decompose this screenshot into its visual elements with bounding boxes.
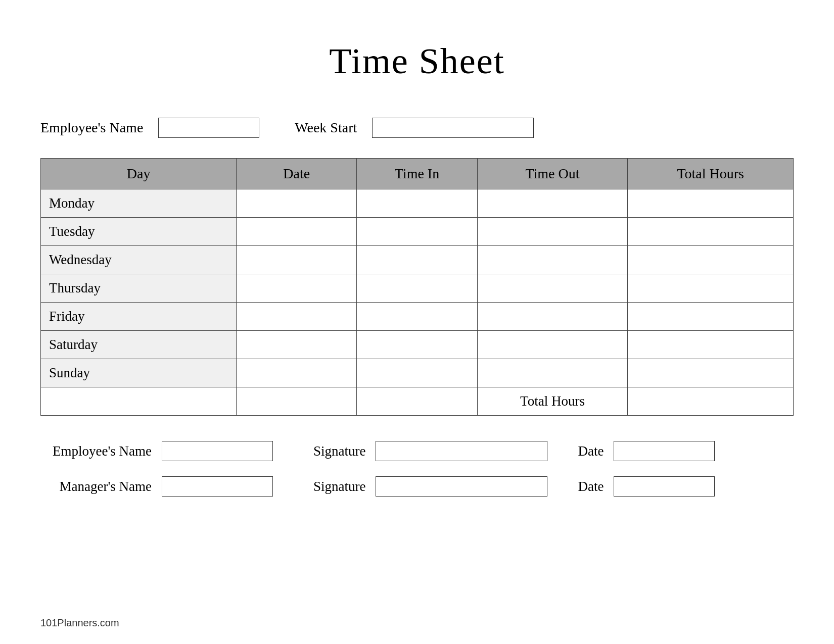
- week-start-input[interactable]: [372, 118, 534, 138]
- totalhours-saturday-input[interactable]: [636, 339, 785, 352]
- col-header-date: Date: [237, 159, 357, 189]
- timein-tuesday[interactable]: [357, 218, 477, 246]
- date-wednesday-input[interactable]: [245, 254, 348, 267]
- timeout-tuesday[interactable]: [477, 218, 628, 246]
- timein-saturday[interactable]: [357, 331, 477, 359]
- footer-manager-name-label: Manager's Name: [40, 479, 152, 494]
- timein-monday[interactable]: [357, 189, 477, 218]
- footer-manager-date-input[interactable]: [614, 476, 715, 497]
- total-summary-row: Total Hours: [41, 387, 794, 416]
- day-monday: Monday: [41, 189, 237, 218]
- timein-wednesday-input[interactable]: [365, 254, 469, 267]
- timesheet-table: Day Date Time In Time Out Total Hours Mo…: [40, 158, 794, 416]
- timein-wednesday[interactable]: [357, 246, 477, 274]
- timeout-thursday[interactable]: [477, 274, 628, 303]
- totalhours-monday-input[interactable]: [636, 197, 785, 211]
- timeout-wednesday-input[interactable]: [486, 254, 620, 267]
- date-thursday-input[interactable]: [245, 282, 348, 295]
- totalhours-sunday[interactable]: [628, 359, 794, 387]
- table-row: Monday: [41, 189, 794, 218]
- totalhours-tuesday-input[interactable]: [636, 226, 785, 239]
- footer-manager-signature-input[interactable]: [376, 476, 547, 497]
- timeout-tuesday-input[interactable]: [486, 226, 620, 239]
- date-thursday[interactable]: [237, 274, 357, 303]
- date-tuesday[interactable]: [237, 218, 357, 246]
- footer-employee-name-input[interactable]: [162, 441, 273, 461]
- timein-friday[interactable]: [357, 303, 477, 331]
- table-row: Thursday: [41, 274, 794, 303]
- footer-employee-signature-label: Signature: [313, 443, 365, 459]
- date-saturday[interactable]: [237, 331, 357, 359]
- date-monday-input[interactable]: [245, 197, 348, 211]
- totalhours-wednesday-input[interactable]: [636, 254, 785, 267]
- timein-monday-input[interactable]: [365, 197, 469, 211]
- timeout-saturday[interactable]: [477, 331, 628, 359]
- day-thursday: Thursday: [41, 274, 237, 303]
- timein-sunday[interactable]: [357, 359, 477, 387]
- total-row-empty3: [357, 387, 477, 416]
- table-row: Tuesday: [41, 218, 794, 246]
- totalhours-tuesday[interactable]: [628, 218, 794, 246]
- timeout-thursday-input[interactable]: [486, 282, 620, 295]
- totalhours-friday[interactable]: [628, 303, 794, 331]
- timeout-monday[interactable]: [477, 189, 628, 218]
- date-wednesday[interactable]: [237, 246, 357, 274]
- day-tuesday: Tuesday: [41, 218, 237, 246]
- timeout-wednesday[interactable]: [477, 246, 628, 274]
- timeout-friday-input[interactable]: [486, 311, 620, 324]
- employee-name-input[interactable]: [158, 118, 259, 138]
- table-row: Friday: [41, 303, 794, 331]
- watermark: 101Planners.com: [40, 617, 119, 629]
- employee-footer-row: Employee's Name Signature Date: [40, 441, 794, 461]
- timein-saturday-input[interactable]: [365, 339, 469, 352]
- totalhours-monday[interactable]: [628, 189, 794, 218]
- timeout-monday-input[interactable]: [486, 197, 620, 211]
- date-friday[interactable]: [237, 303, 357, 331]
- total-hours-label: Total Hours: [477, 387, 628, 416]
- timein-sunday-input[interactable]: [365, 367, 469, 380]
- day-friday: Friday: [41, 303, 237, 331]
- timeout-sunday[interactable]: [477, 359, 628, 387]
- timeout-friday[interactable]: [477, 303, 628, 331]
- manager-footer-row: Manager's Name Signature Date: [40, 476, 794, 497]
- total-row-empty2: [237, 387, 357, 416]
- page-title: Time Sheet: [40, 40, 794, 82]
- timeout-saturday-input[interactable]: [486, 339, 620, 352]
- total-hours-value-input[interactable]: [636, 395, 785, 409]
- timein-friday-input[interactable]: [365, 311, 469, 324]
- totalhours-saturday[interactable]: [628, 331, 794, 359]
- day-wednesday: Wednesday: [41, 246, 237, 274]
- totalhours-thursday[interactable]: [628, 274, 794, 303]
- date-saturday-input[interactable]: [245, 339, 348, 352]
- employee-name-label: Employee's Name: [40, 120, 143, 136]
- totalhours-thursday-input[interactable]: [636, 282, 785, 295]
- col-header-timeout: Time Out: [477, 159, 628, 189]
- table-row: Saturday: [41, 331, 794, 359]
- date-friday-input[interactable]: [245, 311, 348, 324]
- timein-thursday[interactable]: [357, 274, 477, 303]
- footer-employee-date-input[interactable]: [614, 441, 715, 461]
- totalhours-wednesday[interactable]: [628, 246, 794, 274]
- footer-manager-name-input[interactable]: [162, 476, 273, 497]
- table-row: Sunday: [41, 359, 794, 387]
- week-start-label: Week Start: [295, 120, 357, 136]
- footer-employee-date-label: Date: [578, 443, 604, 459]
- date-monday[interactable]: [237, 189, 357, 218]
- total-hours-value[interactable]: [628, 387, 794, 416]
- col-header-totalhours: Total Hours: [628, 159, 794, 189]
- header-fields: Employee's Name Week Start: [40, 118, 794, 138]
- footer-employee-signature-input[interactable]: [376, 441, 547, 461]
- timein-thursday-input[interactable]: [365, 282, 469, 295]
- date-sunday-input[interactable]: [245, 367, 348, 380]
- timein-tuesday-input[interactable]: [365, 226, 469, 239]
- col-header-day: Day: [41, 159, 237, 189]
- totalhours-sunday-input[interactable]: [636, 367, 785, 380]
- footer-employee-name-label: Employee's Name: [40, 443, 152, 459]
- footer-fields: Employee's Name Signature Date Manager's…: [40, 441, 794, 497]
- col-header-timein: Time In: [357, 159, 477, 189]
- date-sunday[interactable]: [237, 359, 357, 387]
- footer-manager-signature-label: Signature: [313, 479, 365, 494]
- footer-manager-date-label: Date: [578, 479, 604, 494]
- totalhours-friday-input[interactable]: [636, 311, 785, 324]
- date-tuesday-input[interactable]: [245, 226, 348, 239]
